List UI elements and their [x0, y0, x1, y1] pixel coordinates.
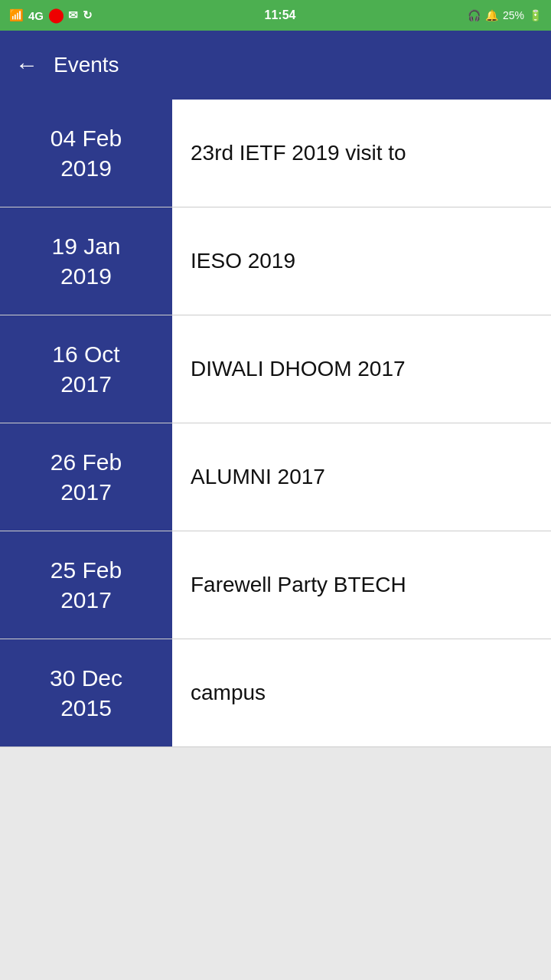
event-title: campus [172, 639, 551, 746]
email-icon: ✉ [68, 8, 78, 22]
event-date: 30 Dec2015 [0, 639, 172, 746]
event-row[interactable]: 04 Feb201923rd IETF 2019 visit to [0, 100, 551, 207]
page-title: Events [54, 53, 119, 77]
battery-icon: 🔋 [529, 9, 542, 21]
status-left: 📶 4G ⬤ ✉ ↻ [9, 7, 93, 24]
event-title: 23rd IETF 2019 visit to [172, 100, 551, 207]
event-date-text: 30 Dec2015 [50, 663, 122, 723]
event-date-text: 25 Feb2017 [51, 555, 122, 615]
top-bar: ← Events [0, 31, 551, 100]
event-date: 25 Feb2017 [0, 531, 172, 639]
event-date-text: 19 Jan2019 [51, 231, 120, 291]
event-date: 04 Feb2019 [0, 100, 172, 207]
status-bar: 📶 4G ⬤ ✉ ↻ 11:54 🎧 🔔 25% 🔋 [0, 0, 551, 31]
event-title: Farewell Party BTECH [172, 531, 551, 639]
page-footer [0, 747, 551, 931]
signal-text: 4G [28, 9, 44, 22]
event-date: 26 Feb2017 [0, 423, 172, 531]
sync-icon: ↻ [83, 8, 93, 22]
event-row[interactable]: 19 Jan2019IESO 2019 [0, 207, 551, 315]
event-row[interactable]: 26 Feb2017ALUMNI 2017 [0, 423, 551, 531]
headphone-icon: 🎧 [468, 9, 481, 21]
signal-icon: 📶 [9, 8, 24, 22]
event-date: 19 Jan2019 [0, 207, 172, 315]
event-title: DIWALI DHOOM 2017 [172, 315, 551, 423]
battery-text: 25% [503, 9, 524, 21]
event-title: IESO 2019 [172, 207, 551, 315]
event-row[interactable]: 30 Dec2015campus [0, 639, 551, 747]
event-title: ALUMNI 2017 [172, 423, 551, 531]
event-date-text: 04 Feb2019 [51, 123, 122, 183]
event-date: 16 Oct2017 [0, 315, 172, 423]
alarm-icon: 🔔 [485, 9, 498, 21]
event-row[interactable]: 25 Feb2017Farewell Party BTECH [0, 531, 551, 639]
status-right: 🎧 🔔 25% 🔋 [468, 9, 542, 21]
event-date-text: 26 Feb2017 [51, 447, 122, 507]
event-date-text: 16 Oct2017 [52, 339, 119, 399]
event-row[interactable]: 16 Oct2017DIWALI DHOOM 2017 [0, 315, 551, 423]
status-time: 11:54 [265, 8, 296, 22]
vodafone-icon: ⬤ [48, 7, 64, 24]
back-button[interactable]: ← [15, 52, 38, 78]
events-list: 04 Feb201923rd IETF 2019 visit to19 Jan2… [0, 100, 551, 747]
